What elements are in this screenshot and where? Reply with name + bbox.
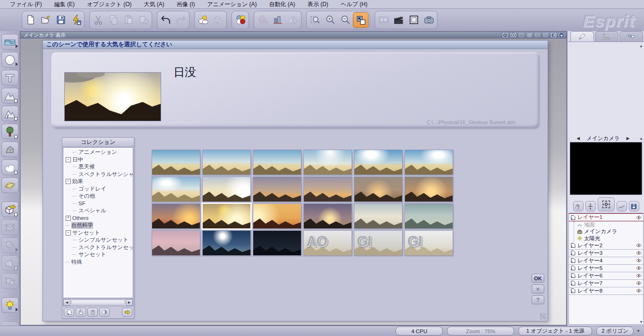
toolbar-button[interactable] [338,12,352,27]
collection-action-button[interactable] [87,308,98,317]
scroll-right-icon[interactable]: ▶ [126,299,133,306]
tree-item[interactable]: シンプルサンセット [63,236,133,244]
atmosphere-thumbnail[interactable] [303,150,352,175]
object-tool-button[interactable] [1,124,18,139]
menu-item[interactable]: 表示 (D) [301,0,335,8]
menu-item[interactable]: 自動化 (A) [263,0,301,8]
panel-tab[interactable] [619,31,643,42]
tree-item[interactable]: − サンセット [63,229,133,237]
ok-button[interactable]: OK [532,274,544,283]
menu-item[interactable]: 画像 (I) [171,0,201,8]
atmosphere-thumbnail[interactable] [202,230,251,256]
eye-icon[interactable] [636,258,642,263]
toolbar-button[interactable] [285,12,300,27]
eye-icon[interactable] [636,243,642,248]
toolbar-button[interactable] [106,12,120,27]
object-tool-button[interactable] [1,255,18,271]
toolbar-button[interactable] [69,12,83,27]
status-button[interactable]: 1 オブジェクト - 1 光源 ▼ [518,327,592,336]
eye-icon[interactable] [636,215,642,220]
scroll-down-icon[interactable]: ▼ [639,320,643,324]
toolbar-button[interactable] [270,12,285,27]
layer-row[interactable]: レイヤー8 [569,287,643,295]
toolbar-button[interactable] [196,12,210,27]
scene-viewport[interactable]: このシーンで使用する大気を選択してください 日没 C:\...\Physical… [21,39,566,325]
atmosphere-thumbnail[interactable] [404,176,453,202]
atmosphere-thumbnail[interactable] [253,203,301,229]
tree-item[interactable]: 悪天候 [63,163,133,171]
titlebar-button[interactable] [550,32,557,38]
tree-toggle[interactable]: − [66,157,71,162]
atmosphere-thumbnail[interactable] [152,230,200,256]
object-tool-button[interactable] [1,142,18,157]
go-button[interactable] [122,308,132,317]
scene-item[interactable]: メインカメラ [577,228,643,235]
tree-item[interactable]: SF [63,200,133,208]
tree-item[interactable]: スペシャル [63,207,133,215]
tree-toggle[interactable] [73,194,77,198]
collection-action-button[interactable] [64,308,74,317]
tree-toggle[interactable] [66,260,70,264]
tree-toggle[interactable] [73,245,77,250]
tree-toggle[interactable] [73,187,77,191]
camera-control-button[interactable] [629,201,639,211]
layer-row[interactable]: レイヤー6 [569,272,643,280]
tree-item[interactable]: サンセット [63,251,133,259]
toolbar-button[interactable] [421,12,436,27]
atmosphere-thumbnail[interactable] [404,203,453,229]
scrollbar-thumb[interactable] [71,300,125,305]
layer-row[interactable]: レイヤー2 [569,242,643,250]
camera-prev-icon[interactable]: ◀ [576,136,580,141]
tree-toggle[interactable] [73,165,77,169]
collection-hscrollbar[interactable]: ◀ ▶ [63,299,133,306]
tree-item[interactable]: + Others [63,215,133,222]
tree-item[interactable]: ゴッドレイ [63,185,133,193]
atmosphere-thumbnail[interactable] [152,150,200,175]
menu-item[interactable]: ヘルプ (H) [335,0,374,8]
titlebar-button[interactable] [558,32,565,38]
layer-row[interactable]: レイヤー4 [569,257,643,265]
atmosphere-thumbnail[interactable]: AO [303,230,352,256]
menu-item[interactable]: 大気 (A) [137,0,170,8]
tree-toggle[interactable] [73,238,77,242]
titlebar-button[interactable]: Z [534,32,541,38]
object-tool-button[interactable] [1,70,18,85]
object-tool-button[interactable]: f [1,106,18,121]
resize-grip[interactable] [540,313,546,319]
toolbar-button[interactable] [255,12,270,27]
tree-toggle[interactable] [73,172,77,176]
titlebar-button[interactable] [542,32,549,38]
camera-preview[interactable] [570,142,642,195]
object-tool-button[interactable] [1,202,18,217]
object-tool-button[interactable] [1,237,18,253]
eye-icon[interactable] [636,250,642,256]
dropdown-arrow-icon[interactable]: ▼ [636,329,640,333]
atmosphere-thumbnail[interactable] [202,150,251,175]
toolbar-button[interactable] [391,12,406,27]
tree-item[interactable]: − 日中 [63,156,133,164]
toolbar-button[interactable] [308,12,322,27]
atmosphere-thumbnail[interactable] [152,176,200,202]
eye-icon[interactable] [636,265,642,271]
status-button[interactable]: Zoom : 75% ▼ [447,327,514,336]
close-button[interactable]: × [532,285,544,294]
toolbar-button[interactable] [91,12,105,27]
layer-row[interactable]: レイヤー7 [569,280,643,287]
atmosphere-thumbnail[interactable]: GI [404,230,453,256]
tree-item[interactable]: 自然科学 [63,222,133,229]
scene-item[interactable]: 地面 [577,221,643,228]
toolbar-button[interactable] [323,12,337,27]
object-tool-button[interactable] [1,273,18,289]
toolbar-button[interactable] [376,12,391,27]
eye-icon[interactable] [636,280,642,286]
atmosphere-thumbnail[interactable] [354,203,403,229]
tree-toggle[interactable] [73,150,77,154]
tree-item[interactable]: スペクトラルサンシャ [63,171,133,178]
toolbar-button[interactable] [173,12,188,27]
status-button[interactable]: 4 CPU ▼ [395,327,443,336]
tree-toggle[interactable] [73,252,77,257]
tree-toggle[interactable] [66,223,70,227]
camera-control-button[interactable] [598,197,615,211]
camera-control-button[interactable] [585,201,596,211]
status-button[interactable]: 2 ポリゴン ▼ [596,327,634,336]
